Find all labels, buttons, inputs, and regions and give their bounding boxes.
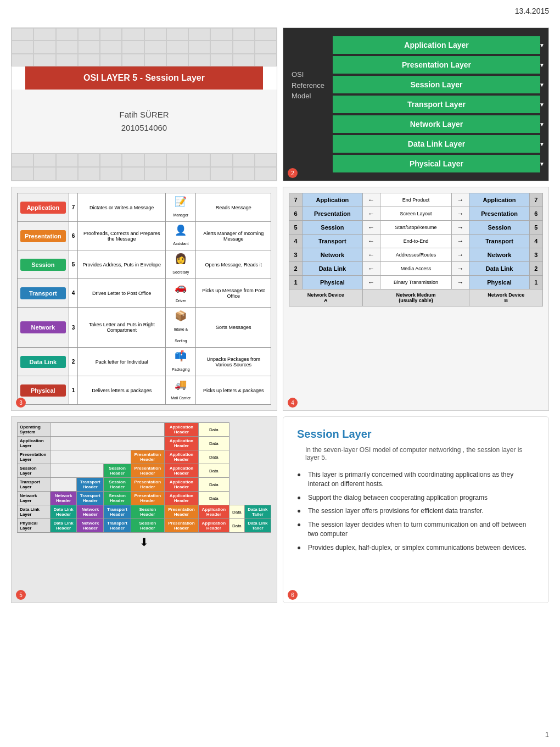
slide-3-num: 3 [16, 398, 26, 408]
slide-3: Application 7 Dictates or Writes a Messa… [11, 187, 277, 411]
table-row: 4 Transport ← End-to-End → Transport 4 [289, 235, 543, 248]
layer-datalink: Data Link Layer [333, 135, 540, 153]
table-row: Presentation 6 Proofreads, Corrects and … [18, 222, 271, 250]
arrow-down: ⬇ [17, 536, 271, 549]
layer-btn-sess: Session [20, 259, 66, 271]
layer-btn-app: Application [20, 202, 66, 214]
table-row: 2 Data Link ← Media Access → Data Link 2 [289, 262, 543, 276]
footer-right: Network DeviceB [469, 289, 543, 306]
slide-1-author: Fatih SÜRER 2010514060 [119, 108, 169, 135]
slide-2-layers: Application Layer Presentation Layer Ses… [333, 36, 540, 172]
layer-transport: Transport Layer [333, 96, 540, 113]
slide-1: OSI LAYER 5 - Session Layer Fatih SÜRER … [11, 27, 277, 181]
layer-physical: Physical Layer [333, 155, 540, 172]
table-row: Data Link 2 Pack letter for Individual 📫… [18, 348, 271, 376]
layer-btn-pres: Presentation [20, 230, 66, 242]
layer-application: Application Layer [333, 36, 540, 54]
list-item: The session layer offers provisions for … [297, 504, 535, 518]
analogy-table: Application 7 Dictates or Writes a Messa… [17, 193, 271, 405]
layer-btn-net: Network [20, 321, 66, 333]
footer-mid: Network Medium(usually cable) [362, 289, 469, 306]
table-row: PresentationLayer PresentationHeader App… [18, 450, 271, 464]
slide-2: OSI Reference Model Application Layer Pr… [283, 27, 549, 181]
encapsulation-table: OperatingSystem ApplicationHeader Data A… [17, 422, 271, 533]
layer-presentation: Presentation Layer [333, 56, 540, 74]
table-row: Network 3 Takes Letter and Puts in Right… [18, 308, 271, 348]
table-row: 6 Presentation ← Screen Layout → Present… [289, 207, 543, 221]
list-item: The session layer decides when to turn c… [297, 518, 535, 541]
slide-5-num: 5 [16, 590, 26, 600]
slide-6-bullets: This layer is primarily concerned with c… [297, 468, 535, 555]
slide-5: OperatingSystem ApplicationHeader Data A… [11, 416, 277, 603]
page-number: 1 [545, 731, 549, 739]
slide-6-title: Session Layer [297, 428, 535, 441]
table-row: 5 Session ← Start/Stop/Resume → Session … [289, 221, 543, 235]
table-row: Session 5 Provides Address, Puts in Enve… [18, 250, 271, 279]
layer-btn-trans: Transport [20, 287, 66, 299]
table-row: Physical 1 Delivers letters & packages 🚚… [18, 376, 271, 405]
table-row: 3 Network ← Addresses/Routes → Network 3 [289, 248, 543, 262]
slide-6: Session Layer In the seven-layer OSI mod… [283, 416, 549, 603]
slide-1-title: OSI LAYER 5 - Session Layer [25, 66, 263, 90]
table-row: PhysicalLayer Data LinkHeader NetworkHea… [18, 519, 271, 533]
table-row: Data LinkLayer Data LinkHeader NetworkHe… [18, 505, 271, 519]
table-row: SessionLayer SessionHeader PresentationH… [18, 464, 271, 478]
list-item: Support the dialog between cooperating a… [297, 491, 535, 505]
layer-btn-phys: Physical [20, 384, 66, 397]
layer-session: Session Layer [333, 76, 540, 93]
slide-6-num: 6 [288, 590, 298, 600]
table-row: Transport 4 Drives Letter to Post Office… [18, 279, 271, 308]
layer-btn-data: Data Link [20, 356, 66, 368]
table-row: TransportLayer TransportHeader SessionHe… [18, 478, 271, 492]
list-item: Provides duplex, half-duplex, or simplex… [297, 541, 535, 555]
table-row: 1 Physical ← Binary Transmission → Physi… [289, 276, 543, 289]
slide-2-num: 2 [288, 168, 298, 178]
footer-left: Network DeviceA [289, 289, 363, 306]
table-row: Application 7 Dictates or Writes a Messa… [18, 193, 271, 222]
slide-4: 7 Application ← End Product → Applicatio… [283, 187, 549, 411]
table-row: NetworkLayer NetworkHeader TransportHead… [18, 492, 271, 505]
table-footer: Network DeviceA Network Medium(usually c… [289, 289, 543, 306]
slide-4-num: 4 [288, 398, 298, 408]
table-row: ApplicationLayer ApplicationHeader Data [18, 437, 271, 450]
layer-communication-table: 7 Application ← End Product → Applicatio… [289, 193, 543, 306]
slide-6-intro: In the seven-layer OSI model of computer… [297, 446, 535, 461]
table-row: OperatingSystem ApplicationHeader Data [18, 423, 271, 437]
list-item: This layer is primarily concerned with c… [297, 468, 535, 491]
layer-network: Network Layer [333, 115, 540, 133]
slide-2-label: OSI Reference Model [292, 36, 324, 102]
table-row: 7 Application ← End Product → Applicatio… [289, 193, 543, 207]
date-label: 13.4.2015 [515, 7, 549, 15]
